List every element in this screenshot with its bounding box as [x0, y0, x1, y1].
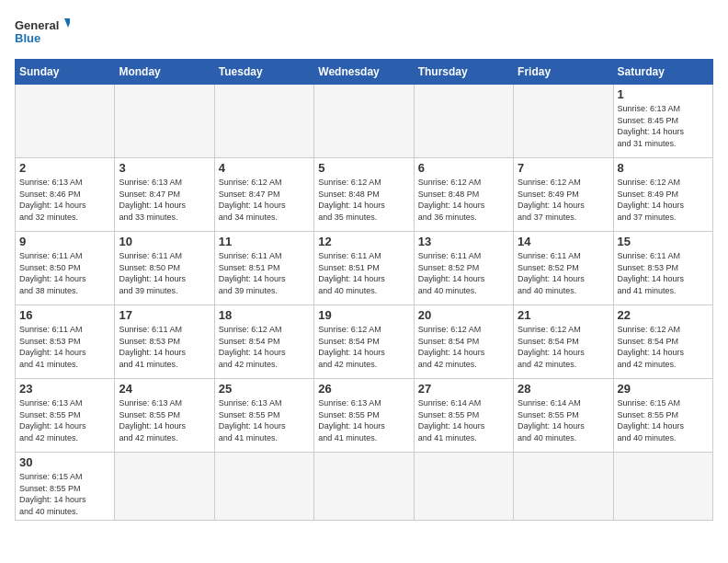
day-info: Sunrise: 6:13 AM Sunset: 8:55 PM Dayligh…	[119, 397, 210, 443]
day-number: 30	[19, 455, 110, 469]
day-number: 14	[518, 235, 609, 248]
calendar-cell: 6Sunrise: 6:12 AM Sunset: 8:48 PM Daylig…	[414, 158, 513, 232]
day-info: Sunrise: 6:11 AM Sunset: 8:51 PM Dayligh…	[219, 250, 310, 296]
day-header-sunday: Sunday	[16, 60, 115, 85]
calendar-cell: 28Sunrise: 6:14 AM Sunset: 8:55 PM Dayli…	[514, 379, 613, 453]
day-info: Sunrise: 6:12 AM Sunset: 8:54 PM Dayligh…	[219, 324, 310, 370]
day-number: 25	[219, 382, 310, 396]
calendar-cell: 3Sunrise: 6:13 AM Sunset: 8:47 PM Daylig…	[115, 158, 214, 232]
calendar-cell	[115, 85, 214, 158]
calendar-cell: 17Sunrise: 6:11 AM Sunset: 8:53 PM Dayli…	[115, 305, 214, 379]
calendar-cell: 25Sunrise: 6:13 AM Sunset: 8:55 PM Dayli…	[214, 379, 313, 453]
day-number: 4	[219, 161, 310, 175]
calendar-cell	[514, 453, 613, 521]
calendar-cell: 4Sunrise: 6:12 AM Sunset: 8:47 PM Daylig…	[214, 158, 313, 232]
day-info: Sunrise: 6:13 AM Sunset: 8:45 PM Dayligh…	[618, 103, 709, 149]
day-info: Sunrise: 6:12 AM Sunset: 8:47 PM Dayligh…	[219, 177, 310, 223]
day-number: 10	[119, 235, 210, 248]
svg-text:General: General	[15, 18, 59, 32]
day-info: Sunrise: 6:12 AM Sunset: 8:49 PM Dayligh…	[518, 177, 609, 223]
day-info: Sunrise: 6:13 AM Sunset: 8:46 PM Dayligh…	[19, 177, 110, 223]
calendar-cell: 18Sunrise: 6:12 AM Sunset: 8:54 PM Dayli…	[214, 305, 313, 379]
calendar-cell: 15Sunrise: 6:11 AM Sunset: 8:53 PM Dayli…	[613, 232, 712, 305]
calendar-week-row: 30Sunrise: 6:15 AM Sunset: 8:55 PM Dayli…	[16, 453, 713, 521]
calendar-cell: 16Sunrise: 6:11 AM Sunset: 8:53 PM Dayli…	[16, 305, 115, 379]
day-header-monday: Monday	[115, 60, 214, 85]
day-info: Sunrise: 6:15 AM Sunset: 8:55 PM Dayligh…	[618, 397, 709, 443]
day-info: Sunrise: 6:13 AM Sunset: 8:55 PM Dayligh…	[219, 397, 310, 443]
day-number: 26	[318, 382, 409, 396]
day-number: 11	[219, 235, 310, 248]
calendar-cell: 26Sunrise: 6:13 AM Sunset: 8:55 PM Dayli…	[314, 379, 414, 453]
calendar-cell	[414, 85, 513, 158]
day-number: 20	[418, 308, 509, 322]
logo: General Blue	[15, 15, 70, 48]
day-number: 9	[19, 235, 110, 248]
calendar-cell: 20Sunrise: 6:12 AM Sunset: 8:54 PM Dayli…	[414, 305, 513, 379]
day-info: Sunrise: 6:14 AM Sunset: 8:55 PM Dayligh…	[518, 397, 609, 443]
day-info: Sunrise: 6:12 AM Sunset: 8:54 PM Dayligh…	[418, 324, 509, 370]
calendar-cell: 5Sunrise: 6:12 AM Sunset: 8:48 PM Daylig…	[314, 158, 414, 232]
day-header-wednesday: Wednesday	[314, 60, 414, 85]
calendar-header-row: SundayMondayTuesdayWednesdayThursdayFrid…	[16, 60, 713, 85]
day-header-thursday: Thursday	[414, 60, 513, 85]
day-info: Sunrise: 6:12 AM Sunset: 8:54 PM Dayligh…	[618, 324, 709, 370]
day-info: Sunrise: 6:11 AM Sunset: 8:51 PM Dayligh…	[318, 250, 409, 296]
day-header-saturday: Saturday	[613, 60, 712, 85]
day-number: 6	[418, 161, 509, 175]
day-info: Sunrise: 6:11 AM Sunset: 8:50 PM Dayligh…	[19, 250, 110, 296]
calendar-cell: 1Sunrise: 6:13 AM Sunset: 8:45 PM Daylig…	[613, 85, 712, 158]
day-number: 23	[19, 382, 110, 396]
calendar-cell: 11Sunrise: 6:11 AM Sunset: 8:51 PM Dayli…	[214, 232, 313, 305]
day-number: 29	[618, 382, 709, 396]
calendar-cell: 7Sunrise: 6:12 AM Sunset: 8:49 PM Daylig…	[514, 158, 613, 232]
calendar-cell: 2Sunrise: 6:13 AM Sunset: 8:46 PM Daylig…	[16, 158, 115, 232]
calendar-week-row: 1Sunrise: 6:13 AM Sunset: 8:45 PM Daylig…	[16, 85, 713, 158]
calendar-cell: 8Sunrise: 6:12 AM Sunset: 8:49 PM Daylig…	[613, 158, 712, 232]
day-info: Sunrise: 6:12 AM Sunset: 8:48 PM Dayligh…	[318, 177, 409, 223]
calendar-cell: 19Sunrise: 6:12 AM Sunset: 8:54 PM Dayli…	[314, 305, 414, 379]
calendar-cell	[613, 453, 712, 521]
day-number: 5	[318, 161, 409, 175]
calendar-cell	[414, 453, 513, 521]
day-number: 7	[518, 161, 609, 175]
calendar-week-row: 2Sunrise: 6:13 AM Sunset: 8:46 PM Daylig…	[16, 158, 713, 232]
day-number: 12	[318, 235, 409, 248]
calendar-cell: 10Sunrise: 6:11 AM Sunset: 8:50 PM Dayli…	[115, 232, 214, 305]
day-header-tuesday: Tuesday	[214, 60, 313, 85]
calendar-week-row: 16Sunrise: 6:11 AM Sunset: 8:53 PM Dayli…	[16, 305, 713, 379]
calendar-table: SundayMondayTuesdayWednesdayThursdayFrid…	[15, 59, 713, 521]
calendar-cell: 9Sunrise: 6:11 AM Sunset: 8:50 PM Daylig…	[16, 232, 115, 305]
day-info: Sunrise: 6:13 AM Sunset: 8:47 PM Dayligh…	[119, 177, 210, 223]
calendar-cell: 21Sunrise: 6:12 AM Sunset: 8:54 PM Dayli…	[514, 305, 613, 379]
generalblue-logo-icon: General Blue	[15, 15, 70, 48]
calendar-cell: 30Sunrise: 6:15 AM Sunset: 8:55 PM Dayli…	[16, 453, 115, 521]
calendar-cell	[214, 453, 313, 521]
calendar-cell	[314, 453, 414, 521]
day-number: 19	[318, 308, 409, 322]
day-info: Sunrise: 6:13 AM Sunset: 8:55 PM Dayligh…	[318, 397, 409, 443]
day-number: 15	[618, 235, 709, 248]
day-number: 2	[19, 161, 110, 175]
day-number: 8	[618, 161, 709, 175]
day-info: Sunrise: 6:12 AM Sunset: 8:54 PM Dayligh…	[518, 324, 609, 370]
day-info: Sunrise: 6:15 AM Sunset: 8:55 PM Dayligh…	[19, 471, 110, 517]
calendar-cell	[115, 453, 214, 521]
calendar-cell	[514, 85, 613, 158]
calendar-week-row: 23Sunrise: 6:13 AM Sunset: 8:55 PM Dayli…	[16, 379, 713, 453]
day-info: Sunrise: 6:12 AM Sunset: 8:48 PM Dayligh…	[418, 177, 509, 223]
day-info: Sunrise: 6:11 AM Sunset: 8:52 PM Dayligh…	[518, 250, 609, 296]
day-info: Sunrise: 6:11 AM Sunset: 8:53 PM Dayligh…	[119, 324, 210, 370]
header: General Blue	[15, 15, 713, 48]
calendar-cell: 23Sunrise: 6:13 AM Sunset: 8:55 PM Dayli…	[16, 379, 115, 453]
day-info: Sunrise: 6:12 AM Sunset: 8:49 PM Dayligh…	[618, 177, 709, 223]
calendar-cell: 13Sunrise: 6:11 AM Sunset: 8:52 PM Dayli…	[414, 232, 513, 305]
day-number: 13	[418, 235, 509, 248]
day-info: Sunrise: 6:12 AM Sunset: 8:54 PM Dayligh…	[318, 324, 409, 370]
day-number: 24	[119, 382, 210, 396]
day-number: 28	[518, 382, 609, 396]
day-number: 1	[618, 87, 709, 101]
calendar-cell: 14Sunrise: 6:11 AM Sunset: 8:52 PM Dayli…	[514, 232, 613, 305]
svg-text:Blue: Blue	[15, 31, 40, 45]
day-number: 22	[618, 308, 709, 322]
